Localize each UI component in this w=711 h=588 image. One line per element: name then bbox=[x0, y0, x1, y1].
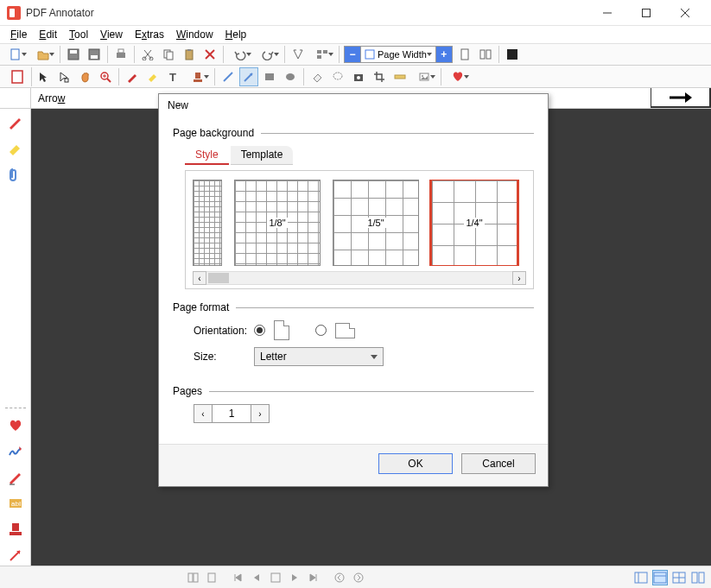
style-option-fine-grid[interactable] bbox=[193, 180, 222, 266]
menu-file[interactable]: File bbox=[5, 27, 32, 42]
close-button[interactable] bbox=[665, 1, 704, 25]
menu-help[interactable]: Help bbox=[220, 27, 252, 42]
svg-point-42 bbox=[357, 76, 360, 79]
fullscreen-button[interactable] bbox=[503, 45, 522, 64]
new-doc-button[interactable] bbox=[3, 45, 29, 64]
redo-button[interactable] bbox=[255, 45, 281, 64]
paste-button[interactable] bbox=[180, 45, 199, 64]
style-option-quarter[interactable]: 1/4" bbox=[431, 180, 517, 266]
menu-edit[interactable]: Edit bbox=[34, 27, 62, 42]
cut-button[interactable] bbox=[138, 45, 157, 64]
save-button[interactable] bbox=[64, 45, 83, 64]
radio-portrait-icon bbox=[254, 325, 265, 336]
pan-tool[interactable] bbox=[75, 67, 94, 86]
cancel-button[interactable]: Cancel bbox=[461, 453, 536, 474]
sb-back-icon[interactable] bbox=[332, 570, 347, 585]
delete-button[interactable] bbox=[200, 45, 219, 64]
lt-pen-icon[interactable] bbox=[5, 112, 26, 133]
sb-next-page-icon[interactable] bbox=[287, 570, 302, 585]
lt-heart-icon[interactable] bbox=[5, 415, 26, 436]
menu-extras[interactable]: Extras bbox=[130, 27, 169, 42]
pen-tool[interactable] bbox=[123, 67, 142, 86]
scroll-right-icon[interactable]: › bbox=[512, 271, 526, 285]
favorites-tool[interactable] bbox=[445, 67, 471, 86]
undo-button[interactable] bbox=[227, 45, 253, 64]
sb-thumb2-icon[interactable] bbox=[204, 570, 219, 585]
svg-rect-1 bbox=[642, 9, 650, 16]
pages-decrement-button[interactable]: ‹ bbox=[194, 404, 213, 423]
highlighter-tool[interactable] bbox=[143, 67, 162, 86]
crop-tool[interactable] bbox=[370, 67, 389, 86]
two-page-button[interactable] bbox=[476, 45, 495, 64]
orientation-label: Orientation: bbox=[194, 325, 254, 337]
tab-template[interactable]: Template bbox=[231, 146, 294, 165]
select-tool[interactable] bbox=[54, 67, 73, 86]
stamp-tool[interactable] bbox=[185, 67, 211, 86]
pages-increment-button[interactable]: › bbox=[251, 404, 270, 423]
lasso-tool[interactable] bbox=[328, 67, 347, 86]
menu-view[interactable]: View bbox=[95, 27, 128, 42]
window-titlebar: PDF Annotator bbox=[0, 0, 711, 26]
minimize-button[interactable] bbox=[587, 1, 626, 25]
svg-rect-43 bbox=[395, 75, 405, 79]
sb-page-box-icon[interactable] bbox=[268, 570, 283, 585]
single-page-button[interactable] bbox=[455, 45, 474, 64]
sb-layout2-icon[interactable] bbox=[652, 570, 668, 585]
sb-forward-icon[interactable] bbox=[351, 570, 366, 585]
style-gallery-scrollbar[interactable]: ‹ › bbox=[193, 271, 526, 285]
measure-tool[interactable] bbox=[390, 67, 409, 86]
find-button[interactable] bbox=[289, 45, 308, 64]
style-option-eighth[interactable]: 1/8" bbox=[234, 180, 321, 266]
organize-button[interactable] bbox=[309, 45, 335, 64]
menu-window[interactable]: Window bbox=[171, 27, 219, 42]
pages-value[interactable]: 1 bbox=[213, 404, 251, 423]
svg-rect-14 bbox=[167, 52, 173, 60]
sb-thumb1-icon[interactable] bbox=[185, 570, 200, 585]
arrow-tool[interactable] bbox=[239, 67, 258, 86]
style-option-fifth[interactable]: 1/5" bbox=[333, 180, 419, 266]
sb-first-page-icon[interactable] bbox=[230, 570, 245, 585]
sb-prev-page-icon[interactable] bbox=[249, 570, 264, 585]
print-button[interactable] bbox=[111, 45, 130, 64]
svg-point-40 bbox=[333, 73, 342, 79]
orientation-portrait[interactable] bbox=[254, 320, 289, 340]
lt-stamp-red-icon[interactable] bbox=[5, 519, 26, 540]
forward-arrow-button[interactable] bbox=[651, 88, 711, 108]
sb-layout3-icon[interactable] bbox=[671, 570, 687, 585]
zoom-tool[interactable] bbox=[96, 67, 115, 86]
lt-edit-pen-icon[interactable] bbox=[5, 467, 26, 488]
zoom-in-button[interactable]: + bbox=[436, 47, 452, 62]
copy-button[interactable] bbox=[159, 45, 178, 64]
zoom-select[interactable]: Page Width bbox=[360, 47, 436, 62]
lt-highlighter-icon[interactable] bbox=[5, 138, 26, 159]
text-tool[interactable]: T bbox=[164, 67, 183, 86]
lt-signature-icon[interactable] bbox=[5, 441, 26, 462]
save-as-button[interactable] bbox=[85, 45, 104, 64]
lt-arrow-red-icon[interactable] bbox=[5, 545, 26, 566]
lt-attachment-icon[interactable] bbox=[5, 164, 26, 185]
menu-tool[interactable]: Tool bbox=[64, 27, 93, 42]
rect-tool[interactable] bbox=[260, 67, 279, 86]
new-dialog: New Page background Style Template 1/8" … bbox=[158, 93, 549, 487]
maximize-button[interactable] bbox=[626, 1, 665, 25]
eraser-tool[interactable] bbox=[308, 67, 327, 86]
snapshot-tool[interactable] bbox=[349, 67, 368, 86]
statusbar bbox=[0, 566, 711, 588]
page-tab-icon[interactable] bbox=[3, 67, 32, 86]
cursor-tool[interactable] bbox=[34, 67, 53, 86]
open-button[interactable] bbox=[30, 45, 56, 64]
tab-style[interactable]: Style bbox=[185, 146, 229, 165]
sb-layout1-icon[interactable] bbox=[633, 570, 649, 585]
lt-textbox-icon[interactable]: abI bbox=[5, 493, 26, 514]
image-tool[interactable] bbox=[411, 67, 437, 86]
ok-button[interactable]: OK bbox=[378, 453, 453, 474]
orientation-landscape[interactable] bbox=[315, 323, 355, 338]
size-select[interactable]: Letter bbox=[254, 347, 384, 366]
line-tool[interactable] bbox=[219, 67, 238, 86]
zoom-out-button[interactable]: − bbox=[345, 47, 360, 62]
ellipse-tool[interactable] bbox=[281, 67, 300, 86]
radio-landscape-icon bbox=[315, 325, 327, 336]
sb-layout4-icon[interactable] bbox=[690, 570, 706, 585]
scroll-left-icon[interactable]: ‹ bbox=[193, 271, 206, 285]
sb-last-page-icon[interactable] bbox=[306, 570, 321, 585]
